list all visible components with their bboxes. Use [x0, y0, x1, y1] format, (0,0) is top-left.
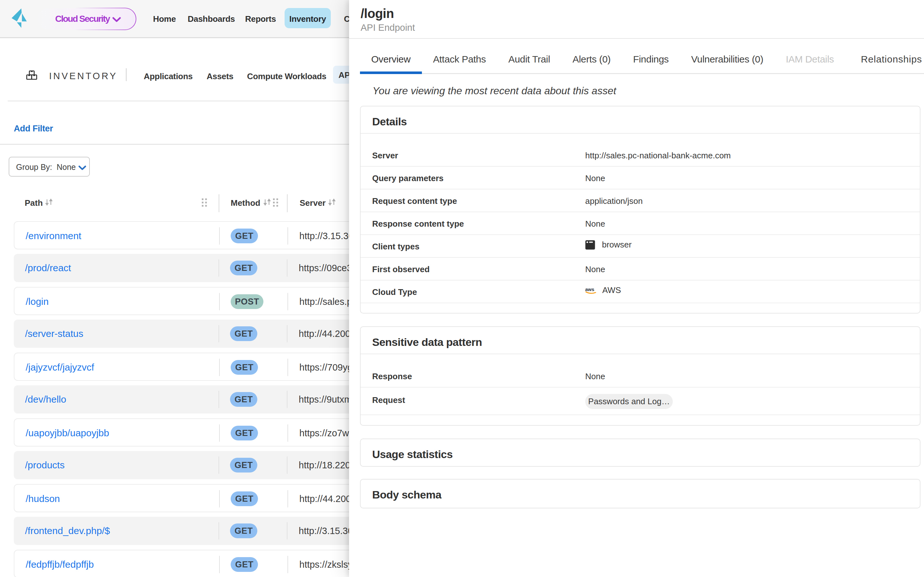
svg-text:aws: aws	[585, 287, 594, 292]
